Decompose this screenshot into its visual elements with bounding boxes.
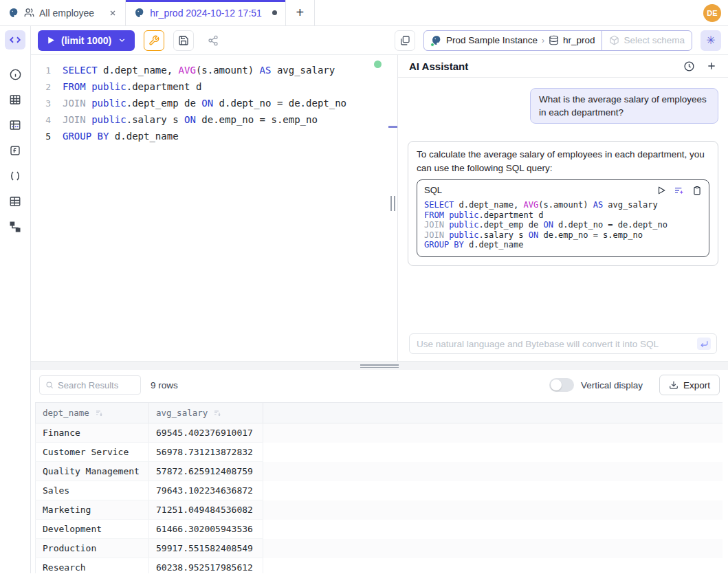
ai-header: AI Assistant	[398, 55, 728, 78]
table-row: Marketing71251.049484536082	[36, 500, 723, 520]
copy-icon[interactable]	[692, 186, 702, 195]
search-results-input[interactable]	[58, 380, 135, 390]
table-row: Research60238.952517985612	[36, 558, 723, 574]
tab-hr-prod[interactable]: hr_prod 2024-10-12 17:51	[126, 0, 286, 25]
code-block-label: SQL	[424, 184, 442, 197]
close-tab-icon[interactable]	[109, 9, 117, 17]
active-tab-indicator	[126, 0, 285, 2]
download-icon	[669, 380, 679, 390]
left-sidebar	[0, 26, 31, 573]
chat-messages: What is the average salary of employees …	[398, 78, 728, 333]
code-line: JOIN public.dept_emp de ON d.dept_no = d…	[424, 220, 702, 230]
run-query-button[interactable]: (limit 1000)	[38, 30, 135, 51]
table-cell[interactable]: 61466.302005943536	[149, 520, 263, 539]
table-cell[interactable]: 59917.551582408549	[149, 539, 263, 558]
box-icon	[609, 35, 619, 45]
table-cell-filler	[263, 500, 723, 520]
results-grid: dept_nameavg_salary Finance69545.4023769…	[35, 402, 728, 573]
sidebar-item-external-tables[interactable]	[5, 192, 25, 211]
table-cell[interactable]: 60238.952517985612	[149, 558, 263, 574]
results-toolbar: 9 rows Vertical display Export	[31, 375, 728, 395]
avatar[interactable]: DE	[703, 4, 721, 22]
table-row: Customer Service56978.731213872832	[36, 443, 723, 462]
editor-line: 1SELECT d.dept_name, AVG(s.amount) AS av…	[31, 62, 388, 78]
table-cell[interactable]: Production	[36, 539, 149, 558]
insert-sql-icon[interactable]	[674, 185, 685, 196]
sidebar-item-views[interactable]	[5, 115, 25, 135]
sidebar-item-info[interactable]	[5, 65, 25, 84]
table-cell-filler	[263, 423, 723, 443]
openai-button[interactable]: ✳	[701, 30, 721, 51]
database-icon	[549, 35, 559, 45]
assistant-text: To calculate the average salary of emplo…	[417, 149, 705, 173]
share-button[interactable]	[203, 30, 223, 51]
batch-mode-button[interactable]	[395, 30, 415, 51]
table-row: Production59917.551582408549	[36, 539, 723, 558]
vertical-display-toggle[interactable]	[549, 378, 574, 392]
table-cell[interactable]: 56978.731213872832	[149, 443, 263, 462]
column-header-avg_salary[interactable]: avg_salary	[149, 403, 263, 423]
table-cell[interactable]: 71251.049484536082	[149, 500, 263, 520]
table-cell-filler	[263, 520, 723, 539]
table-cell[interactable]: Sales	[36, 481, 149, 500]
sql-editor[interactable]: 1SELECT d.dept_name, AVG(s.amount) AS av…	[31, 55, 388, 361]
code-line: JOIN public.salary s ON de.emp_no = s.em…	[424, 230, 702, 241]
postgres-icon	[8, 8, 19, 19]
table-cell-filler	[263, 462, 723, 481]
sidebar-item-sql-editor[interactable]	[5, 30, 25, 49]
table-cell[interactable]: 69545.402376910017	[149, 423, 263, 443]
table-cell[interactable]: Development	[36, 520, 149, 539]
database-name: hr_prod	[563, 35, 595, 45]
instance-name: Prod Sample Instance	[446, 35, 538, 45]
new-tab-button[interactable]: +	[286, 0, 315, 25]
run-sql-icon[interactable]	[657, 186, 666, 195]
save-button[interactable]	[173, 30, 194, 51]
tab-all-employee[interactable]: All employee	[0, 0, 126, 25]
table-cell-filler	[263, 481, 723, 500]
sidebar-item-schema-diagram[interactable]	[5, 217, 25, 236]
table-row: Sales79643.102234636872	[36, 481, 723, 500]
table-cell[interactable]: 57872.625912408759	[149, 462, 263, 481]
grid-header-row: dept_nameavg_salary	[36, 403, 723, 423]
table-cell[interactable]: Marketing	[36, 500, 149, 520]
history-icon[interactable]	[683, 60, 695, 72]
ai-assistant-panel: AI Assistant What is the average salary …	[397, 55, 728, 361]
table-row: Development61466.302005943536	[36, 520, 723, 539]
search-icon	[45, 380, 54, 390]
chevron-right-icon: ›	[542, 36, 544, 45]
column-header-dept_name[interactable]: dept_name	[36, 403, 149, 423]
editor-line: 5GROUP BY d.dept_name	[31, 128, 388, 144]
schema-selector[interactable]: Select schema	[602, 31, 692, 50]
export-button[interactable]: Export	[659, 375, 720, 395]
table-cell-filler	[263, 443, 723, 462]
code-line: FROM public.department d	[424, 210, 702, 221]
sidebar-item-procedures[interactable]	[5, 166, 25, 186]
ai-input-container	[409, 333, 717, 354]
unsaved-dot-icon	[272, 10, 277, 15]
editor-lines: 1SELECT d.dept_name, AVG(s.amount) AS av…	[31, 62, 388, 144]
scroll-indicator	[388, 126, 397, 128]
editor-toolbar: (limit 1000)	[31, 26, 728, 55]
table-cell-filler	[263, 539, 723, 558]
database-selector[interactable]: Prod Sample Instance › hr_prod	[424, 31, 602, 50]
enter-icon[interactable]	[697, 338, 711, 350]
table-cell[interactable]: Quality Management	[36, 462, 149, 481]
editor-line: 4JOIN public.salary s ON de.emp_no = s.e…	[31, 111, 388, 128]
tab-label: hr_prod 2024-10-12 17:51	[150, 8, 262, 19]
connection-health-dot	[374, 60, 382, 68]
table-cell[interactable]: Research	[36, 558, 149, 574]
vertical-splitter[interactable]	[388, 55, 397, 361]
splitter-grip	[360, 364, 399, 368]
postgres-icon	[134, 8, 145, 19]
sidebar-item-tables[interactable]	[5, 90, 25, 109]
table-cell[interactable]: 79643.102234636872	[149, 481, 263, 500]
sidebar-item-functions[interactable]	[5, 141, 25, 160]
assistant-message: To calculate the average salary of emplo…	[408, 141, 718, 266]
horizontal-splitter[interactable]	[31, 361, 728, 370]
table-cell[interactable]: Customer Service	[36, 443, 149, 462]
ai-prompt-input[interactable]	[417, 339, 697, 349]
table-cell[interactable]: Finance	[36, 423, 149, 443]
new-chat-icon[interactable]	[706, 60, 717, 71]
wrench-button[interactable]	[144, 30, 164, 51]
row-count: 9 rows	[151, 380, 178, 390]
